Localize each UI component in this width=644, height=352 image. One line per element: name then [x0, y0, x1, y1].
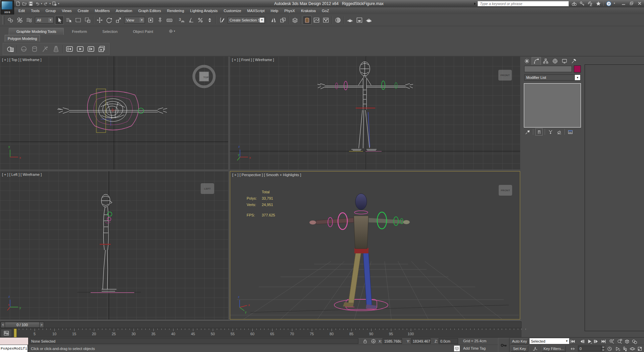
- sign-in-key-icon[interactable]: [579, 1, 585, 7]
- manage-dropdown-arrow[interactable]: ▾: [58, 2, 59, 5]
- select-and-link-button[interactable]: [6, 16, 15, 24]
- menu-krakatoa[interactable]: Krakatoa: [298, 8, 319, 13]
- toolbar-grip[interactable]: [2, 16, 5, 24]
- auto-key-button[interactable]: Auto Key: [511, 338, 528, 344]
- select-and-rotate-button[interactable]: [105, 16, 113, 24]
- skeleton-tools-button[interactable]: [41, 44, 50, 54]
- use-pivot-point-center-button[interactable]: [146, 16, 155, 24]
- object-name-field[interactable]: [524, 66, 572, 72]
- menu-graph-editors[interactable]: Graph Editors: [135, 8, 164, 13]
- viewport-front[interactable]: [ + ] [ Front ] [ Wireframe ] FRONT: [230, 56, 520, 169]
- render-production-button[interactable]: [364, 16, 373, 24]
- project-manage-button[interactable]: [52, 1, 57, 6]
- configure-modifier-sets-button[interactable]: [567, 129, 574, 135]
- tab-modify[interactable]: [532, 57, 541, 65]
- unlink-selection-button[interactable]: [15, 16, 24, 24]
- rectangular-selection-region-button[interactable]: [74, 16, 83, 24]
- tab-hierarchy[interactable]: [541, 57, 550, 65]
- menu-modifiers[interactable]: Modifiers: [92, 8, 113, 13]
- minimize-button[interactable]: [621, 1, 626, 6]
- angle-snap-toggle[interactable]: [187, 16, 195, 24]
- object-properties-button[interactable]: [6, 44, 15, 54]
- menu-animation[interactable]: Animation: [113, 8, 135, 13]
- go-to-start-button[interactable]: [569, 338, 576, 344]
- absolute-mode-toggle[interactable]: [371, 339, 376, 344]
- named-selection-sets-dropdown[interactable]: Create Selection Se▼: [228, 17, 265, 23]
- zoom-all-button[interactable]: [616, 338, 623, 344]
- search-expand-icon[interactable]: [473, 2, 477, 6]
- viewport-top[interactable]: [ + ] [ Top ] [ Wireframe ]: [0, 56, 228, 169]
- show-stack-button[interactable]: [97, 44, 106, 54]
- viewport-left-label[interactable]: [ + ] [ Left ] [ Wireframe ]: [2, 172, 42, 177]
- undo-dropdown-arrow[interactable]: ▾: [41, 2, 42, 5]
- menu-lighting-analysis[interactable]: Lighting Analysis: [187, 8, 221, 13]
- ribbon-tab-freeform[interactable]: Freeform: [64, 28, 94, 35]
- modifier-list-dropdown[interactable]: Modifier List ▼: [524, 74, 581, 81]
- communication-center-icon[interactable]: [587, 1, 593, 7]
- bind-to-space-warp-button[interactable]: [25, 16, 34, 24]
- key-mode-toggle[interactable]: [569, 346, 576, 352]
- viewcube-top[interactable]: TOP: [199, 72, 213, 83]
- search-input[interactable]: [479, 1, 567, 6]
- next-frame-slider-button[interactable]: >: [39, 322, 44, 328]
- menu-views[interactable]: Views: [59, 8, 75, 13]
- menu-edit[interactable]: Edit: [15, 8, 28, 13]
- undo-button[interactable]: [35, 1, 40, 6]
- track-bar-ruler[interactable]: 0510152025303540455055606570758085909510…: [13, 328, 522, 338]
- orbit-button[interactable]: [629, 346, 636, 352]
- application-menu-button[interactable]: 3DS: [1, 0, 14, 14]
- vertex-mode-button[interactable]: [19, 44, 29, 54]
- tab-utilities[interactable]: [569, 57, 579, 65]
- previous-frame-button[interactable]: [579, 338, 586, 344]
- maximize-viewport-toggle[interactable]: [636, 346, 643, 352]
- go-to-end-button[interactable]: [600, 338, 607, 344]
- curve-editor-button[interactable]: [312, 16, 321, 24]
- zoom-extents-button[interactable]: [624, 338, 631, 344]
- search-icon[interactable]: [571, 1, 577, 7]
- add-time-tag-button[interactable]: Add Time Tag: [463, 346, 486, 350]
- help-dropdown-arrow[interactable]: ▾: [614, 2, 615, 7]
- viewport-front-label[interactable]: [ + ] [ Front ] [ Wireframe ]: [232, 58, 274, 62]
- z-coordinate-field[interactable]: 0.0cm: [439, 338, 458, 344]
- menu-group[interactable]: Group: [43, 8, 59, 13]
- align-button[interactable]: [279, 16, 287, 24]
- dropdown-arrow-icon[interactable]: ▼: [575, 75, 580, 80]
- remove-modifier-button[interactable]: [556, 129, 562, 135]
- open-file-button[interactable]: [22, 1, 27, 6]
- zoom-viewport-button[interactable]: [608, 338, 615, 344]
- redo-button[interactable]: [43, 1, 49, 6]
- viewport-perspective[interactable]: [ + ] [ Perspective ] [ Smooth + Highlig…: [230, 171, 520, 319]
- edge-mode-button[interactable]: [30, 44, 39, 54]
- selection-filter-dropdown[interactable]: All▼: [35, 17, 54, 23]
- redo-dropdown-arrow[interactable]: ▾: [50, 2, 51, 5]
- new-file-button[interactable]: [15, 1, 21, 6]
- default-in-out-tangents-button[interactable]: [532, 346, 539, 352]
- x-coordinate-field[interactable]: 1585.768c: [383, 338, 402, 344]
- material-editor-button[interactable]: [334, 16, 342, 24]
- tab-display[interactable]: [560, 57, 569, 65]
- search-field[interactable]: [478, 1, 569, 6]
- time-slider-handle[interactable]: 0 / 100: [5, 322, 40, 328]
- menu-physx[interactable]: PhysX: [281, 8, 298, 13]
- menu-rendering[interactable]: Rendering: [164, 8, 187, 13]
- viewport-perspective-label[interactable]: [ + ] [ Perspective ] [ Smooth + Highlig…: [232, 173, 301, 177]
- save-button[interactable]: [28, 1, 34, 6]
- cloth-tools-button[interactable]: [51, 44, 61, 54]
- isolate-selection-toggle[interactable]: [454, 346, 460, 351]
- key-selection-dropdown[interactable]: Selected▼: [530, 338, 569, 344]
- open-mini-curve-editor-button[interactable]: [1, 329, 12, 337]
- modifier-stack-list[interactable]: [524, 83, 581, 128]
- object-color-swatch[interactable]: [574, 65, 581, 72]
- menu-customize[interactable]: Customize: [221, 8, 244, 13]
- select-and-manipulate-button[interactable]: [156, 16, 164, 24]
- select-and-scale-button[interactable]: [114, 16, 123, 24]
- menu-goz[interactable]: GoZ: [319, 8, 332, 13]
- current-frame-field[interactable]: 0: [578, 346, 601, 351]
- play-animation-button[interactable]: [586, 338, 593, 344]
- zoom-extents-all-button[interactable]: [631, 338, 638, 344]
- tab-motion[interactable]: [550, 57, 560, 65]
- menu-tools[interactable]: Tools: [28, 8, 43, 13]
- polygon-modeling-panel-header[interactable]: Polygon Modeling: [5, 35, 40, 42]
- spinner-snap-toggle[interactable]: [205, 16, 214, 24]
- percent-snap-toggle[interactable]: [196, 16, 205, 24]
